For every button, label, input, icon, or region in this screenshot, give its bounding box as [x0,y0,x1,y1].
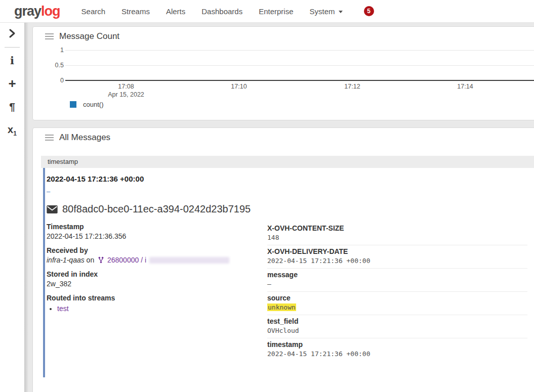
sidebar-scroll-track[interactable] [24,23,28,392]
input-link[interactable]: 26800000 / i [107,256,146,264]
field-name: X-OVH-DELIVERY-DATE [267,247,527,256]
field-name: message [267,271,527,279]
column-header-timestamp[interactable]: timestamp [41,156,534,168]
widget-drag-handle[interactable] [45,33,54,40]
message-timestamp[interactable]: 2022-04-15 17:21:36 +00:00 [47,168,534,183]
widget-drag-handle[interactable] [45,135,54,141]
stream-list-item: test [57,304,267,313]
metadata-received-by: Received by infra-1-qaas on 26800000 / i [47,246,267,265]
field-value: 148 [267,234,527,242]
top-navbar: graylog Search Streams Alerts Dashboards… [0,0,534,23]
message-summary[interactable]: – [47,188,534,195]
field-message: message – [267,269,527,292]
widget-title: Message Count [59,31,119,41]
main-navigation: Search Streams Alerts Dashboards Enterpr… [73,1,351,22]
y-tick-1: 1 [33,47,64,54]
message-detail-columns: Timestamp 2022-04-15 17:21:36.356 Receiv… [47,222,534,361]
hamburger-icon [45,135,54,141]
chevron-right-icon [7,28,17,39]
message-count-widget-header: Message Count [45,31,119,41]
subscript-x-icon: x1 [8,124,17,135]
metadata-value: infra-1-qaas on 26800000 / i [47,255,267,265]
x-tick-1710: 17:10 [221,83,257,90]
all-messages-widget: All Messages timestamp 2022-04-15 17:21:… [32,127,534,392]
metadata-label: Stored in index [47,270,267,279]
stream-link-test[interactable]: test [57,304,69,313]
field-value: unknown [267,303,527,312]
all-messages-widget-header: All Messages [45,133,110,143]
field-value: 2022-04-15 17:21:36 +00:00 [267,350,527,358]
x-tick-1714: 17:14 [447,83,483,90]
chevron-down-icon [339,11,343,13]
message-metadata-column: Timestamp 2022-04-15 17:21:36.356 Receiv… [47,222,267,361]
gridline-y05 [65,65,534,66]
legend-label: count() [83,101,103,108]
stream-list: test [57,304,267,313]
sidebar-item-fields[interactable]: x1 [0,124,24,139]
field-name: X-OVH-CONTENT-SIZE [267,224,527,233]
field-x-ovh-content-size: X-OVH-CONTENT-SIZE 148 [267,222,527,245]
code-fork-icon [98,256,104,264]
metadata-timestamp: Timestamp 2022-04-15 17:21:36.356 [47,222,267,241]
metadata-stored-in-index: Stored in index 2w_382 [47,270,267,288]
field-timestamp: timestamp 2022-04-15 17:21:36 +00:00 [267,338,527,361]
metadata-value: 2022-04-15 17:21:36.356 [47,232,267,241]
nav-item-search[interactable]: Search [73,1,114,22]
notification-count-badge[interactable]: 5 [364,6,374,16]
nav-item-system-label: System [310,7,335,16]
message-row: 2022-04-15 17:21:36 +00:00 – 80f8adc0-bc… [43,168,534,377]
metadata-label: Timestamp [47,222,267,231]
graylog-logo[interactable]: graylog [14,4,60,19]
sidebar-item-description[interactable]: i [0,55,24,66]
x-axis-line [65,80,534,81]
legend-item-count[interactable]: count() [70,101,103,108]
nav-item-streams[interactable]: Streams [113,1,158,22]
on-text: on [87,256,95,264]
field-name: source [267,294,527,302]
metadata-routed-streams: Routed into streams test [47,293,267,313]
logo-gray-text: gray [14,4,41,19]
nav-item-enterprise[interactable]: Enterprise [251,1,301,22]
x-axis-date-label: Apr 15, 2022 [96,91,156,98]
highlighted-value: unknown [267,303,296,311]
nav-item-dashboards[interactable]: Dashboards [193,1,251,22]
redacted-input-name [149,257,229,264]
y-tick-05: 0.5 [33,62,64,69]
y-tick-0: 0 [33,77,64,84]
field-source: source unknown [267,292,527,315]
field-test-field: test_field OVHcloud [267,315,527,338]
field-value: 2022-04-15 17:21:36 +00:00 [267,257,527,265]
metadata-label: Routed into streams [47,293,267,302]
expand-sidebar-button[interactable] [0,28,24,41]
x-tick-1712: 17:12 [335,83,370,90]
field-value: OVHcloud [267,327,527,335]
plus-icon: + [8,76,16,91]
x-tick-1708: 17:08 [108,83,144,90]
widget-title: All Messages [59,133,110,143]
sidebar-item-create[interactable]: + [0,77,24,90]
info-icon: i [10,54,14,67]
node-name: infra-1-qaas [47,256,85,264]
message-count-widget: Message Count 1 0.5 0 17:08 17:10 17:12 … [32,26,534,120]
message-fields-column: X-OVH-CONTENT-SIZE 148 X-OVH-DELIVERY-DA… [267,222,534,361]
pilcrow-icon: ¶ [9,101,15,112]
sidebar-item-highlighting[interactable]: ¶ [0,101,24,112]
metadata-value: 2w_382 [47,279,267,288]
field-name: test_field [267,317,527,326]
sidebar-divider [5,47,20,48]
gridline-y1 [65,50,534,51]
field-value: – [267,280,527,288]
envelope-icon [47,205,58,213]
field-name: timestamp [267,340,527,349]
nav-item-alerts[interactable]: Alerts [158,1,193,22]
hamburger-icon [45,33,54,40]
nav-item-system-dropdown[interactable]: System [302,1,351,22]
message-id: 80f8adc0-bce0-11ec-a394-0242d23b7195 [62,203,251,215]
logo-log-text: log [41,4,60,19]
search-sidebar: i + ¶ x1 [0,23,24,392]
field-x-ovh-delivery-date: X-OVH-DELIVERY-DATE 2022-04-15 17:21:36 … [267,245,527,269]
legend-swatch [70,101,76,108]
message-detail-heading: 80f8adc0-bce0-11ec-a394-0242d23b7195 [47,203,534,215]
metadata-label: Received by [47,246,267,255]
